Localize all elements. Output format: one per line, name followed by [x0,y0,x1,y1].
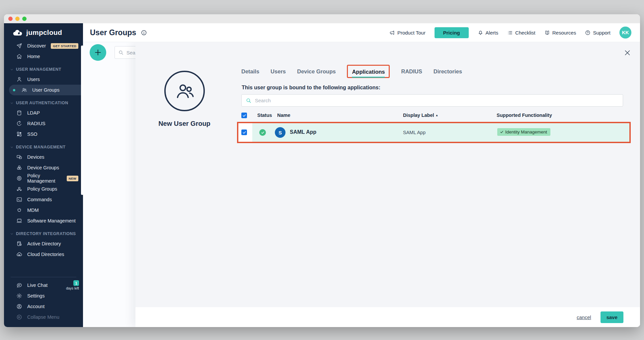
chevron-down-icon [10,68,14,71]
functionality-badge: Identity Management [497,128,550,136]
cancel-button[interactable]: cancel [577,314,591,320]
sidebar-item-mdm[interactable]: MDM [4,205,83,215]
column-header-supported-functionality[interactable]: Supported Functionality [497,113,552,118]
sidebar-item-label: Device Groups [27,165,59,170]
application-row-saml-app[interactable]: S SAML App SAML App Identity Management [237,122,631,143]
alerts-button[interactable]: Alerts [478,30,498,36]
checklist-label: Checklist [515,30,535,36]
user-group-icon [21,87,27,93]
tab-device-groups[interactable]: Device Groups [297,68,336,75]
logo-text: jumpcloud [26,29,62,37]
tab-radius[interactable]: RADIUS [401,68,422,75]
section-label: DIRECTORY INTEGRATIONS [16,231,76,236]
pricing-button[interactable]: Pricing [435,27,469,38]
support-label: Support [593,30,610,36]
functionality-label: Identity Management [505,129,547,134]
sidebar-item-software-management[interactable]: Software Management [4,215,83,226]
new-badge: NEW [67,176,78,181]
tab-applications[interactable]: Applications [352,69,385,78]
sidebar-item-account[interactable]: Account [4,301,83,312]
sidebar-item-policy-groups[interactable]: Policy Groups [4,184,83,194]
page-scrollbar[interactable] [81,45,83,195]
sidebar-item-label: Live Chat [27,283,47,288]
gear-icon [16,293,22,299]
applications-table-header: Status Name Display Label▲ Supported Fun… [241,112,623,121]
tab-users[interactable]: Users [271,68,286,75]
sidebar-item-label: Active Directory [27,241,61,246]
section-user-authentication[interactable]: USER AUTHENTICATION [4,95,83,108]
tab-directories[interactable]: Directories [434,68,462,75]
sidebar-item-label: Devices [27,154,44,160]
info-icon[interactable] [141,30,147,36]
support-button[interactable]: Support [585,30,610,36]
tab-details[interactable]: Details [241,68,259,75]
sidebar-item-device-groups[interactable]: Device Groups [4,162,83,173]
save-button[interactable]: save [601,311,623,323]
terminal-icon [16,197,22,203]
sidebar-item-cloud-directories[interactable]: Cloud Directories [4,249,83,260]
jumpcloud-logo[interactable]: jumpcloud [4,23,83,41]
database-icon [16,110,22,116]
selected-dot-icon [13,89,15,91]
add-user-group-button[interactable] [90,44,106,61]
plus-icon [94,48,102,57]
sidebar-item-radius[interactable]: RADIUS [4,118,83,129]
column-header-display-label[interactable]: Display Label▲ [403,113,438,118]
sidebar-nav: Discover GET STARTED Home USER MANAGEMEN… [4,41,83,273]
chevron-down-icon [10,101,14,105]
sidebar-item-label: Commands [27,197,52,202]
product-tour-button[interactable]: Product Tour [389,30,426,36]
devices-icon [16,154,22,160]
check-icon [242,114,246,118]
sidebar-item-users[interactable]: Users [4,74,83,85]
alerts-label: Alerts [486,30,498,36]
column-header-status[interactable]: Status [257,113,272,118]
minimize-window-button[interactable] [15,17,20,21]
cloud-logo-icon [12,29,23,37]
rocket-icon [16,43,22,49]
search-icon [118,50,124,55]
sidebar-item-user-groups[interactable]: User Groups [9,85,83,95]
column-header-name[interactable]: Name [277,113,290,118]
sidebar-item-collapse-menu[interactable]: Collapse Menu [4,312,83,322]
sidebar-item-home[interactable]: Home [4,51,83,62]
panel-tabs: Details Users Device Groups Applications… [241,63,462,80]
chevron-down-icon [10,145,14,149]
days-left-label: days left [66,286,79,290]
section-device-management[interactable]: DEVICE MANAGEMENT [4,139,83,152]
sidebar-item-label: Collapse Menu [27,314,59,320]
sidebar-item-settings[interactable]: Settings [4,291,83,301]
sidebar-item-discover[interactable]: Discover GET STARTED [4,41,83,51]
panel-footer: cancel save [135,307,640,327]
checklist-button[interactable]: Checklist [507,30,535,36]
zoom-window-button[interactable] [22,17,27,21]
row-checkbox[interactable] [241,129,247,135]
sidebar-item-label: Discover [27,43,46,48]
sidebar-item-devices[interactable]: Devices [4,152,83,162]
radius-gauge-icon [16,121,22,127]
sidebar-item-policy-management[interactable]: Policy Management NEW [4,173,83,184]
resources-button[interactable]: Resources [544,30,576,36]
sidebar-item-active-directory[interactable]: Active Directory [4,238,83,249]
sidebar-item-label: Users [27,77,40,82]
page-body: New User Group Details Users Device Grou… [83,42,640,327]
sidebar-item-live-chat[interactable]: Live Chat 1 days left [4,280,83,291]
select-all-checkbox[interactable] [241,113,247,118]
sidebar-item-label: User Groups [32,87,59,93]
sidebar-item-ldap[interactable]: LDAP [4,108,83,118]
close-window-button[interactable] [8,17,13,21]
close-icon[interactable] [624,49,631,56]
resources-label: Resources [552,30,576,36]
apple-icon [16,207,22,213]
section-user-management[interactable]: USER MANAGEMENT [4,62,83,74]
applications-search-box [241,94,623,107]
sidebar-item-commands[interactable]: Commands [4,194,83,205]
section-directory-integrations[interactable]: DIRECTORY INTEGRATIONS [4,226,83,238]
annotation-box-applications: Applications [347,65,390,78]
cloud-directories-icon [16,251,22,257]
sidebar-item-label: Software Management [27,218,76,223]
applications-search-input[interactable] [255,98,619,103]
user-avatar[interactable]: KK [619,27,631,39]
app-window: jumpcloud Discover GET STARTED Home US [4,14,640,327]
sidebar-item-sso[interactable]: SSO [4,129,83,139]
